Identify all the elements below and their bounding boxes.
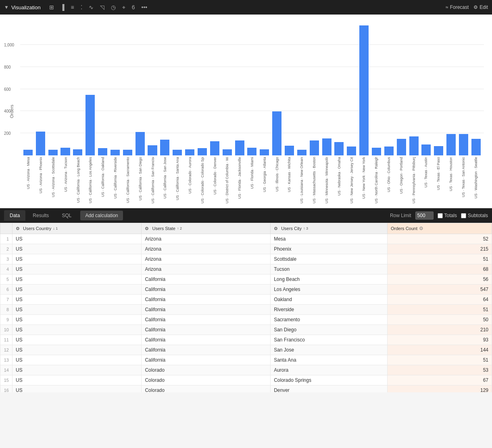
bar-wrap[interactable] (396, 23, 407, 155)
col-users-country[interactable]: ⚙ Users Country ↓ 1 (13, 223, 142, 234)
country-cell: US (13, 325, 142, 335)
tab-results[interactable]: Results (27, 210, 54, 221)
bar-wrap[interactable] (358, 23, 370, 155)
bar (297, 150, 306, 155)
bar-wrap[interactable] (408, 23, 420, 155)
city-cell: Santa Ana (271, 355, 388, 365)
gear-icon-state[interactable]: ⚙ (145, 226, 149, 231)
table-row: 8 US California Riverside 51 (0, 305, 492, 315)
table-scroll[interactable]: ⚙ Users Country ↓ 1 ⚙ Users State ↑ 2 (0, 223, 492, 392)
bar (397, 139, 406, 155)
area-icon[interactable]: ◹ (98, 3, 106, 12)
bar-wrap[interactable] (171, 23, 183, 155)
x-label: US · California · Long Beach (76, 157, 80, 203)
row-limit-input[interactable] (415, 211, 434, 220)
city-cell: Tucson (271, 264, 388, 274)
state-sort[interactable]: ↑ 2 (177, 226, 182, 230)
x-label: US · Oregon · Portland (399, 157, 403, 194)
bar-wrap[interactable] (271, 23, 283, 155)
grid-icon[interactable]: ⊞ (47, 3, 56, 12)
state-cell: Arizona (142, 244, 271, 254)
bar-wrap[interactable] (259, 23, 270, 155)
bar (198, 148, 207, 155)
bar-wrap[interactable] (159, 23, 171, 155)
bar-wrap[interactable] (234, 23, 246, 155)
totals-checkbox[interactable] (438, 213, 443, 218)
bar-wrap[interactable] (346, 23, 357, 155)
bar-wrap[interactable] (97, 23, 108, 155)
x-label: US · Georgia · Atlanta (263, 157, 267, 192)
row-num: 15 (0, 375, 13, 385)
bar-wrap[interactable] (371, 23, 382, 155)
edit-button[interactable]: ⚙ Edit (473, 4, 488, 10)
bar-wrap[interactable] (109, 23, 121, 155)
map-icon[interactable]: ⌖ (120, 3, 127, 12)
bar (260, 149, 269, 155)
gear-icon-orders[interactable]: ⚙ (419, 226, 423, 231)
forecast-button[interactable]: ≈ Forecast (446, 4, 469, 10)
bar-wrap[interactable] (221, 23, 233, 155)
tab-data[interactable]: Data (4, 210, 25, 221)
x-label: US · District of Columbia · Washington (225, 157, 229, 203)
x-label-wrap: US · Louisiana · New Orleans (296, 155, 308, 204)
bar-wrap[interactable] (72, 23, 83, 155)
add-calculation-button[interactable]: Add calculation (80, 211, 123, 220)
bar-wrap[interactable] (22, 23, 34, 155)
orders-cell: 67 (388, 375, 492, 385)
more-icon[interactable]: ••• (140, 3, 150, 12)
bar-wrap[interactable] (333, 23, 345, 155)
clock-icon[interactable]: ◷ (109, 3, 118, 12)
totals-checkbox-label[interactable]: Totals (438, 213, 457, 218)
table-row: 7 US California Oakland 64 (0, 295, 492, 305)
col-users-city[interactable]: ⚙ Users City ↑ 3 (271, 223, 388, 234)
bar-wrap[interactable] (134, 23, 146, 155)
col-orders-count[interactable]: Orders Count ⚙ (388, 223, 492, 234)
state-cell: Colorado (142, 385, 271, 393)
table-row: 9 US California Sacramento 50 (0, 315, 492, 325)
bar (247, 148, 256, 155)
bar-wrap[interactable] (209, 23, 221, 155)
subtotals-checkbox[interactable] (461, 213, 466, 218)
gear-icon-city[interactable]: ⚙ (274, 226, 278, 231)
state-cell: California (142, 355, 271, 365)
bar-wrap[interactable] (321, 23, 333, 155)
row-num: 7 (0, 295, 13, 305)
bar-wrap[interactable] (246, 23, 258, 155)
bar-chart-icon[interactable]: ▐ (58, 3, 67, 12)
bar-wrap[interactable] (196, 23, 208, 155)
tab-sql[interactable]: SQL (56, 210, 77, 221)
bar-wrap[interactable] (421, 23, 432, 155)
bar-wrap[interactable] (84, 23, 96, 155)
bar-wrap[interactable] (433, 23, 444, 155)
country-sort[interactable]: ↓ 1 (53, 226, 58, 230)
x-label-wrap: US · Georgia · Atlanta (258, 155, 271, 204)
bar-wrap[interactable] (35, 23, 46, 155)
bar-wrap[interactable] (47, 23, 59, 155)
bar-wrap[interactable] (147, 23, 158, 155)
orders-cell: 52 (388, 234, 492, 244)
bar-wrap[interactable] (445, 23, 457, 155)
x-label: US · North Carolina · Raleigh (374, 157, 378, 203)
table-row: 3 US Arizona Scottsdale 51 (0, 254, 492, 264)
bar-wrap[interactable] (470, 23, 482, 155)
bar-wrap[interactable] (60, 23, 71, 155)
bar-wrap[interactable] (122, 23, 133, 155)
dropdown-arrow-icon[interactable]: ▼ (4, 4, 9, 10)
gear-icon[interactable]: ⚙ (16, 226, 20, 231)
bar (347, 147, 356, 155)
col-users-state[interactable]: ⚙ Users State ↑ 2 (142, 223, 271, 234)
line-icon[interactable]: ∿ (87, 3, 96, 12)
bar-wrap[interactable] (458, 23, 469, 155)
scatter-icon[interactable]: ⁚ (79, 3, 84, 12)
totals-label: Totals (444, 213, 457, 218)
bar-wrap[interactable] (383, 23, 395, 155)
num-icon[interactable]: 6 (130, 3, 137, 12)
city-sort[interactable]: ↑ 3 (303, 226, 308, 230)
bar-wrap[interactable] (296, 23, 308, 155)
bar-wrap[interactable] (284, 23, 295, 155)
bar-wrap[interactable] (309, 23, 320, 155)
bar-wrap[interactable] (184, 23, 196, 155)
table-icon[interactable]: ≡ (69, 3, 76, 12)
bar (73, 149, 82, 155)
subtotals-checkbox-label[interactable]: Subtotals (461, 213, 488, 218)
